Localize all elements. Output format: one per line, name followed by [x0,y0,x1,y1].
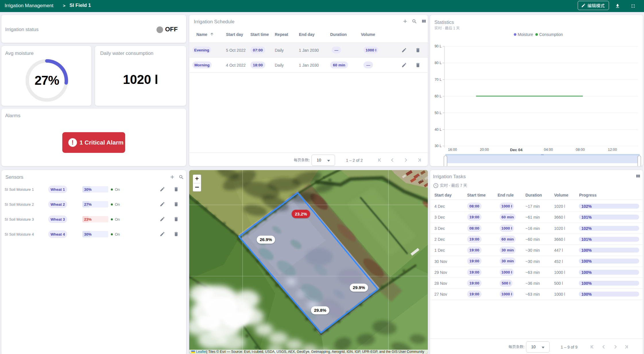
svg-text:04:00: 04:00 [544,148,553,152]
svg-text:30 L: 30 L [435,144,442,148]
svg-text:08:00: 08:00 [576,148,585,152]
svg-text:40 L: 40 L [435,128,442,132]
svg-text:80 L: 80 L [435,61,442,65]
svg-text:20:00: 20:00 [480,148,489,152]
svg-text:50 L: 50 L [435,111,442,115]
svg-text:16:00: 16:00 [448,148,457,152]
svg-text:Consumption: Consumption [539,32,563,37]
svg-text:Moisture: Moisture [518,32,533,37]
svg-text:Dec 04: Dec 04 [510,148,523,152]
svg-text:12:00: 12:00 [608,148,617,152]
svg-text:60 L: 60 L [435,94,442,98]
svg-text:70 L: 70 L [435,78,442,82]
svg-text:90 L: 90 L [435,44,442,48]
